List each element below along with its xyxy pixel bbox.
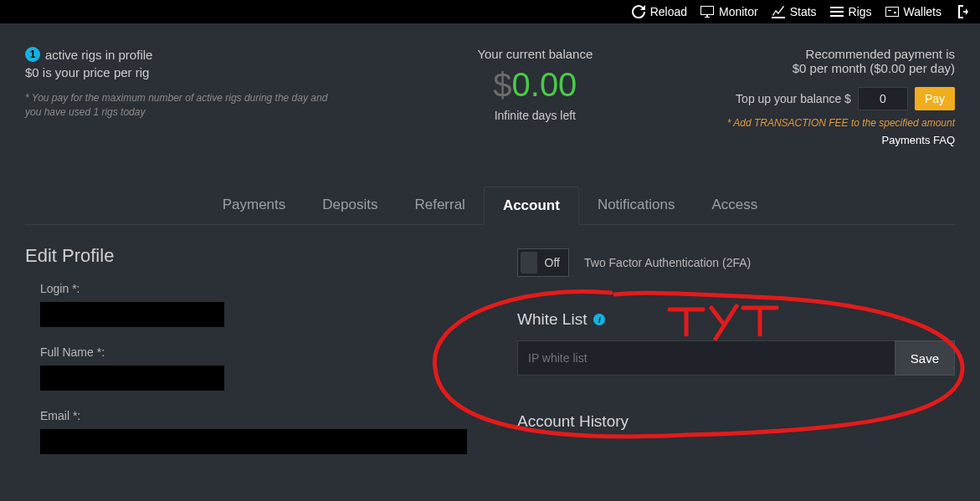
email-label: Email *: [40, 409, 467, 422]
fullname-input[interactable] [40, 366, 224, 391]
active-rigs-label: active rigs in profile [45, 48, 152, 62]
tab-deposits[interactable]: Deposits [304, 187, 396, 224]
tab-referral[interactable]: Referral [396, 187, 483, 224]
active-rigs-line: 1 active rigs in profile [25, 47, 343, 62]
email-input[interactable] [40, 429, 467, 454]
tab-access[interactable]: Access [694, 187, 777, 224]
summary-row: 1 active rigs in profile $0 is your pric… [25, 47, 955, 146]
edit-profile-heading: Edit Profile [25, 245, 467, 267]
summary-left: 1 active rigs in profile $0 is your pric… [25, 47, 343, 120]
tfa-row: Off Two Factor Authentication (2FA) [517, 248, 955, 277]
nav-rigs[interactable]: Rigs [830, 5, 872, 18]
fullname-label: Full Name *: [40, 345, 467, 359]
reload-icon [632, 5, 645, 18]
whitelist-heading-text: White List [517, 310, 587, 329]
login-label: Login *: [40, 282, 467, 295]
topup-row: Top up your balance $ Pay [727, 87, 955, 110]
login-input[interactable] [40, 302, 224, 327]
recommended-label: Recommended payment is [727, 47, 955, 61]
nav-wallets-label: Wallets [904, 5, 942, 18]
tfa-toggle-label: Off [545, 256, 560, 269]
balance-currency: $ [493, 66, 511, 103]
content: 1 active rigs in profile $0 is your pric… [0, 23, 980, 473]
account-panel: Edit Profile Login *: Full Name *: Email… [25, 245, 955, 473]
account-history-text: Account History [517, 412, 629, 431]
days-left: Infinite days left [477, 109, 593, 122]
balance-amount: $0.00 [477, 66, 593, 104]
logout-icon [955, 5, 968, 18]
top-nav: Reload Monitor Stats Rigs Wallets [632, 5, 968, 18]
nav-reload[interactable]: Reload [632, 5, 687, 18]
top-bar: Reload Monitor Stats Rigs Wallets [0, 0, 980, 23]
summary-center: Your current balance $0.00 Infinite days… [477, 47, 593, 122]
tab-account[interactable]: Account [484, 187, 579, 225]
nav-wallets[interactable]: Wallets [885, 5, 942, 18]
balance-value: 0.00 [512, 66, 577, 103]
fee-note: * Add TRANSACTION FEE to the specified a… [727, 117, 955, 129]
tfa-toggle[interactable]: Off [517, 248, 569, 277]
tab-payments[interactable]: Payments [204, 187, 305, 224]
nav-reload-label: Reload [650, 5, 687, 18]
nav-stats-label: Stats [790, 5, 817, 18]
logo [7, 3, 157, 21]
tab-notifications[interactable]: Notifications [579, 187, 694, 224]
email-group: Email *: [25, 409, 467, 454]
balance-label: Your current balance [477, 47, 593, 61]
recommended-value: $0 per month ($0.00 per day) [727, 61, 955, 75]
monitor-icon [700, 5, 714, 18]
topup-label: Top up your balance $ [736, 92, 851, 105]
topup-input[interactable] [858, 87, 908, 110]
login-group: Login *: [25, 282, 467, 327]
account-history-heading: Account History [517, 412, 955, 431]
summary-right: Recommended payment is $0 per month ($0.… [727, 47, 955, 146]
fullname-group: Full Name *: [25, 345, 467, 391]
info-icon[interactable]: i [593, 314, 605, 325]
price-per-rig: $0 is your price per rig [25, 65, 343, 79]
stats-icon [772, 5, 785, 18]
tabs: Payments Deposits Referral Account Notif… [25, 187, 955, 225]
security-column: Off Two Factor Authentication (2FA) Whit… [517, 245, 955, 473]
edit-profile-column: Edit Profile Login *: Full Name *: Email… [25, 245, 467, 473]
whitelist-input[interactable] [517, 340, 895, 376]
whitelist-row: Save [517, 340, 955, 376]
nav-rigs-label: Rigs [849, 5, 872, 18]
save-button[interactable]: Save [895, 340, 955, 376]
nav-logout[interactable] [955, 5, 968, 18]
pay-button[interactable]: Pay [915, 87, 955, 110]
nav-monitor[interactable]: Monitor [700, 5, 758, 18]
payments-faq-link[interactable]: Payments FAQ [727, 134, 955, 146]
tfa-description: Two Factor Authentication (2FA) [584, 256, 751, 269]
nav-monitor-label: Monitor [719, 5, 758, 18]
wallets-icon [885, 5, 899, 18]
rigs-icon [830, 5, 844, 18]
whitelist-heading: White List i [517, 310, 955, 329]
active-rigs-count: 1 [25, 47, 40, 62]
nav-stats[interactable]: Stats [772, 5, 817, 18]
usage-fineprint: * You pay for the maximum number of acti… [25, 91, 343, 120]
